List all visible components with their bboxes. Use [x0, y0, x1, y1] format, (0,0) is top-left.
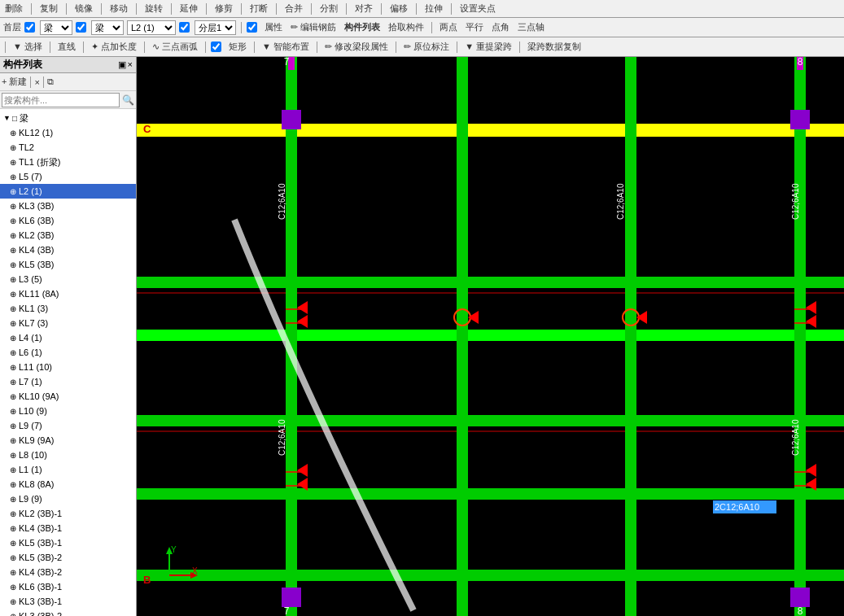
- attr-btn[interactable]: 属性: [262, 21, 285, 33]
- tree-item-7[interactable]: ⊕KL2 (3B): [0, 228, 136, 242]
- tree-item-23[interactable]: ⊕L1 (1): [0, 462, 136, 477]
- svg-rect-19: [282, 588, 301, 607]
- three-point-btn[interactable]: 三点轴: [515, 21, 547, 33]
- tree-item-16[interactable]: ⊕L11 (10): [0, 360, 136, 374]
- node-icon-19: ⊕: [10, 407, 16, 416]
- beam-id-select[interactable]: L2 (1): [127, 20, 176, 35]
- attr-check[interactable]: [247, 22, 257, 33]
- move-btn[interactable]: 移动: [108, 2, 129, 15]
- sep-tb3-7: [396, 42, 396, 53]
- sep-tb3-3: [144, 42, 145, 53]
- trim-btn[interactable]: 修剪: [213, 2, 234, 15]
- rect-btn[interactable]: 矩形: [226, 41, 249, 53]
- two-point-btn[interactable]: 两点: [437, 21, 460, 33]
- original-mark-btn[interactable]: ✏ 原位标注: [401, 41, 452, 53]
- rotate-btn[interactable]: 旋转: [143, 2, 164, 15]
- line-btn[interactable]: 直线: [55, 41, 78, 53]
- tree-item-22[interactable]: ⊕L8 (10): [0, 448, 136, 462]
- set-grip-btn[interactable]: 设置夹点: [458, 2, 497, 15]
- lp-delete-btn[interactable]: ×: [34, 77, 39, 87]
- tree-item-15[interactable]: ⊕L6 (1): [0, 345, 136, 360]
- align-btn[interactable]: 对齐: [353, 2, 374, 15]
- search-button[interactable]: 🔍: [121, 94, 134, 107]
- lift-beam-btn[interactable]: ▼ 重提梁跨: [462, 41, 514, 53]
- svg-rect-20: [790, 588, 810, 607]
- edit-rebar-btn[interactable]: ✏ 编辑钢筋: [288, 21, 339, 33]
- tree-item-31[interactable]: ⊕KL6 (3B)-1: [0, 579, 136, 594]
- tree-item-25[interactable]: ⊕L9 (9): [0, 491, 136, 506]
- stretch-btn[interactable]: 拉伸: [423, 2, 444, 15]
- tree-item-9[interactable]: ⊕KL5 (3B): [0, 257, 136, 272]
- copy-btn[interactable]: 复制: [38, 2, 59, 15]
- tree-item-2[interactable]: ⊕TL1 (折梁): [0, 155, 136, 169]
- pick-btn[interactable]: 拾取构件: [386, 21, 426, 33]
- tree-item-18[interactable]: ⊕KL10 (9A): [0, 389, 136, 404]
- merge-btn[interactable]: 合并: [283, 2, 304, 15]
- tree-item-label-10: L3 (5): [19, 274, 42, 284]
- tree-item-27[interactable]: ⊕KL4 (3B)-1: [0, 521, 136, 535]
- tree-item-21[interactable]: ⊕KL9 (9A): [0, 433, 136, 448]
- tree-item-30[interactable]: ⊕KL4 (3B)-2: [0, 565, 136, 579]
- floor-check[interactable]: [24, 22, 35, 33]
- type1-select[interactable]: 梁: [40, 20, 72, 35]
- tree-item-0[interactable]: ⊕KL12 (1): [0, 125, 136, 140]
- rect-check[interactable]: [211, 42, 221, 52]
- tree-item-24[interactable]: ⊕KL8 (8A): [0, 477, 136, 491]
- three-arc-btn[interactable]: ∿ 三点画弧: [150, 41, 200, 53]
- layer-select[interactable]: 分层1: [195, 20, 236, 35]
- tree-item-17[interactable]: ⊕L7 (1): [0, 374, 136, 389]
- panel-close-btn[interactable]: ×: [128, 59, 133, 70]
- tree-item-14[interactable]: ⊕L4 (1): [0, 330, 136, 345]
- tree-item-6[interactable]: ⊕KL6 (3B): [0, 213, 136, 228]
- tree-item-4[interactable]: ⊕L2 (1): [0, 184, 136, 199]
- panel-float-btn[interactable]: ▣: [118, 59, 126, 70]
- tree-item-26[interactable]: ⊕KL2 (3B)-1: [0, 506, 136, 521]
- modify-section-btn[interactable]: ✏ 修改梁段属性: [322, 41, 391, 53]
- tree-item-12[interactable]: ⊕KL1 (3): [0, 301, 136, 316]
- smart-layout-btn[interactable]: ▼ 智能布置: [260, 41, 312, 53]
- add-length-btn[interactable]: ✦ 点加长度: [89, 41, 139, 53]
- tree-item-label-13: KL7 (3): [19, 318, 48, 328]
- extend-btn[interactable]: 延伸: [178, 2, 199, 15]
- tree-item-28[interactable]: ⊕KL5 (3B)-1: [0, 535, 136, 550]
- angle-btn[interactable]: 点角: [489, 21, 512, 33]
- panel-title: 构件列表: [3, 58, 42, 72]
- main-layout: 构件列表 ▣ × + 新建 × ⧉ 🔍 ▼ □ 梁 ⊕KL12 (1)⊕TL: [0, 57, 844, 616]
- split-btn[interactable]: 分割: [318, 2, 339, 15]
- tree-item-32[interactable]: ⊕KL3 (3B)-1: [0, 594, 136, 609]
- new-btn[interactable]: + 新建: [2, 76, 27, 88]
- tree-item-1[interactable]: ⊕TL2: [0, 140, 136, 155]
- tree-item-label-9: KL5 (3B): [19, 260, 54, 269]
- tree-item-20[interactable]: ⊕L9 (7): [0, 418, 136, 433]
- component-list-btn[interactable]: 构件列表: [342, 21, 383, 33]
- tree-item-3[interactable]: ⊕L5 (7): [0, 169, 136, 184]
- type2-select[interactable]: 梁: [91, 20, 124, 35]
- tree-item-label-11: KL11 (8A): [19, 289, 59, 299]
- lp-copy-icon[interactable]: ⧉: [47, 76, 54, 87]
- offset-btn[interactable]: 偏移: [388, 2, 409, 15]
- tree-item-10[interactable]: ⊕L3 (5): [0, 272, 136, 286]
- tree-root-beam[interactable]: ▼ □ 梁: [0, 111, 136, 125]
- tree-item-8[interactable]: ⊕KL4 (3B): [0, 242, 136, 257]
- mirror-btn[interactable]: 镜像: [73, 2, 94, 15]
- tree-item-11[interactable]: ⊕KL11 (8A): [0, 286, 136, 301]
- type2-check[interactable]: [76, 22, 86, 33]
- tree-item-19[interactable]: ⊕L10 (9): [0, 404, 136, 418]
- tree-item-29[interactable]: ⊕KL5 (3B)-2: [0, 550, 136, 565]
- node-icon-2: ⊕: [10, 158, 16, 167]
- tree-item-label-18: KL10 (9A): [19, 391, 59, 401]
- tree-item-13[interactable]: ⊕KL7 (3): [0, 316, 136, 330]
- copy-span-btn[interactable]: 梁跨数据复制: [525, 41, 584, 53]
- select-btn[interactable]: ▼ 选择: [11, 41, 45, 53]
- break-btn[interactable]: 打断: [248, 2, 269, 15]
- parallel-btn[interactable]: 平行: [463, 21, 486, 33]
- svg-text:8: 8: [798, 605, 803, 616]
- svg-text:C12;6A10: C12;6A10: [791, 183, 800, 220]
- search-input[interactable]: [2, 93, 120, 107]
- layer-check[interactable]: [179, 22, 190, 33]
- delete-btn[interactable]: 删除: [3, 2, 24, 15]
- tree-item-33[interactable]: ⊕KL3 (3B)-2: [0, 609, 136, 616]
- expand-icon[interactable]: ▼: [3, 114, 11, 122]
- canvas-area[interactable]: 7 8 7 8 C B C12;6A10 C12;6A10 C12;6A10 C…: [137, 57, 844, 616]
- tree-item-5[interactable]: ⊕KL3 (3B): [0, 199, 136, 213]
